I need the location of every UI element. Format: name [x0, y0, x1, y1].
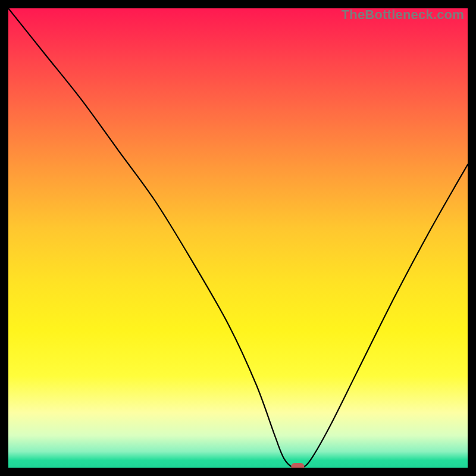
watermark-text: TheBottleneck.com	[342, 7, 464, 23]
svg-rect-0	[291, 463, 304, 468]
chart-plot-area	[8, 8, 468, 468]
optimal-point-marker	[8, 8, 468, 468]
